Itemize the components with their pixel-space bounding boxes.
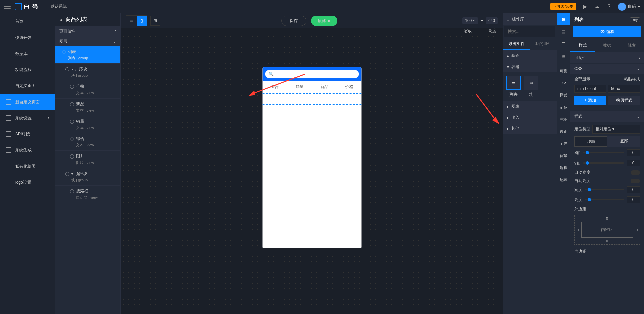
cat-basic[interactable]: ▸基础 <box>503 50 557 61</box>
add-button[interactable]: + 添加 <box>574 96 606 105</box>
phone-tab[interactable]: 销量 <box>296 84 304 90</box>
show-all-label[interactable]: 全部显示 <box>574 76 590 82</box>
code-button[interactable]: </> 编程 <box>573 26 641 37</box>
eye-icon[interactable] <box>65 67 69 71</box>
phone-tab[interactable]: 综合 <box>271 84 279 90</box>
hamburger-icon[interactable] <box>4 3 11 10</box>
eye-icon[interactable] <box>70 85 74 89</box>
eye-icon[interactable] <box>70 102 74 106</box>
css-value-input[interactable] <box>608 85 640 93</box>
section-page-props[interactable]: 页面属性› <box>55 26 120 36</box>
layer-item[interactable]: 列表列表 | group <box>55 46 120 64</box>
phone-tab[interactable]: 价格 <box>345 84 353 90</box>
tab-top[interactable]: 顶部 <box>574 136 607 147</box>
eye-icon[interactable] <box>70 120 74 124</box>
layer-item[interactable]: 综合文本 | view <box>55 133 120 151</box>
eye-icon[interactable] <box>65 172 69 176</box>
desktop-button[interactable]: ▭ <box>126 16 137 26</box>
eye-icon[interactable] <box>70 154 74 159</box>
x-slider[interactable] <box>583 152 624 153</box>
canvas[interactable]: 🔍 综合 销量 新品 价格 <box>121 34 503 314</box>
layer-item[interactable]: ▾排序块块 | group <box>55 64 120 81</box>
section-style[interactable]: 样式⌄ <box>570 111 644 122</box>
zoom-value[interactable]: 100% <box>462 17 478 24</box>
nav-logo[interactable]: logo设置 <box>0 174 55 190</box>
css-key-input[interactable] <box>574 85 606 93</box>
save-button[interactable]: 保存 <box>281 16 306 26</box>
section-css[interactable]: CSS⌄ <box>570 64 644 74</box>
phone-search-input[interactable]: 🔍 <box>265 70 359 78</box>
tab-data[interactable]: 数据 <box>595 40 619 52</box>
eye-icon[interactable] <box>70 189 74 193</box>
system-name[interactable]: 默认系统 <box>45 4 67 9</box>
grid-button[interactable]: ⊞ <box>150 16 160 26</box>
zoom-out-button[interactable]: - <box>458 18 460 23</box>
section-visibility[interactable]: 可见性› <box>570 52 644 63</box>
layer-item[interactable]: 价格文本 | view <box>55 81 120 99</box>
margin-editor[interactable]: 0 0 0 0 内容区 <box>574 215 640 245</box>
nav-home[interactable]: 首页 <box>0 13 55 29</box>
component-search[interactable]: 🔍 <box>504 26 555 37</box>
nav-quickdev[interactable]: 快速开发 <box>0 29 55 46</box>
nav-deploy[interactable]: 私有化部署 <box>0 158 55 174</box>
vnav-style[interactable]: 样式 <box>557 89 570 101</box>
margin-top[interactable]: 0 <box>606 216 608 221</box>
vnav-bg[interactable]: 背景 <box>557 149 570 162</box>
back-icon[interactable]: « <box>59 17 62 23</box>
vnav-font[interactable]: 字体 <box>557 137 570 149</box>
search-input[interactable] <box>508 29 558 34</box>
height-slider[interactable] <box>585 199 624 200</box>
margin-right[interactable]: 0 <box>636 228 638 232</box>
vnav-config[interactable]: 配置 <box>557 174 570 186</box>
auto-width-toggle[interactable] <box>631 170 640 175</box>
tab-my-components[interactable]: 我的组件 <box>530 38 557 50</box>
eye-icon[interactable] <box>62 50 66 54</box>
width-slider[interactable] <box>585 189 624 190</box>
tab-style[interactable]: 样式 <box>570 40 595 52</box>
comp-item-list[interactable]: ☰ 列表 <box>506 76 521 98</box>
key-badge[interactable]: key <box>630 17 640 22</box>
nav-integration[interactable]: 系统集成 <box>0 142 55 158</box>
phone-preview[interactable]: 🔍 综合 销量 新品 价格 <box>263 67 362 248</box>
nav-newcustompage[interactable]: 新自定义页面 <box>0 94 55 110</box>
phone-tab[interactable]: 新品 <box>320 84 328 90</box>
nav-database[interactable]: 数据库 <box>0 46 55 62</box>
width-value[interactable]: 640 <box>486 17 498 24</box>
vnav-margin[interactable]: 边距 <box>557 125 570 137</box>
y-slider[interactable] <box>583 162 624 164</box>
cat-input[interactable]: ▸输入 <box>503 112 557 123</box>
tab-bottom[interactable]: 底部 <box>607 136 640 147</box>
x-value[interactable]: 0 <box>627 149 640 156</box>
vnav-image[interactable]: ▦ <box>557 50 570 62</box>
tab-trigger[interactable]: 触发 <box>620 40 644 52</box>
nav-settings[interactable]: 系统设置› <box>0 110 55 126</box>
vnav-border[interactable]: 边框 <box>557 162 570 174</box>
section-layers[interactable]: 图层⌄ <box>55 36 120 46</box>
position-select[interactable]: 相对定位 ▾ <box>592 125 640 134</box>
y-value[interactable]: 0 <box>627 160 640 166</box>
nav-custompage[interactable]: 自定义页面 <box>0 78 55 94</box>
vnav-visible[interactable]: 可见 <box>557 65 570 77</box>
vnav-main[interactable]: ⊞ <box>557 13 570 25</box>
layer-item[interactable]: 搜索框自定义 | view <box>55 186 120 203</box>
cat-container[interactable]: ▾容器 <box>503 61 557 72</box>
preview-button[interactable]: 预览▶ <box>311 16 337 26</box>
help-icon[interactable]: ? <box>606 3 612 10</box>
nav-flow[interactable]: 功能流程 <box>0 62 55 78</box>
upgrade-button[interactable]: ○ 升级/续费 <box>550 3 576 10</box>
height-value[interactable]: 0 <box>627 196 640 203</box>
margin-bottom[interactable]: 0 <box>606 239 608 243</box>
cloud-icon[interactable]: ☁ <box>594 3 600 10</box>
eye-icon[interactable] <box>70 137 74 141</box>
logo[interactable]: 白 码 <box>15 3 38 10</box>
layer-item[interactable]: 新品文本 | view <box>55 99 120 116</box>
vnav-doc[interactable]: ▤ <box>557 25 570 38</box>
layer-item[interactable]: 图片图片 | view <box>55 151 120 168</box>
cat-other[interactable]: ▸其他 <box>503 123 557 134</box>
zoom-in-button[interactable]: + <box>481 18 483 23</box>
layer-item[interactable]: ▾顶部块块 | group <box>55 168 120 186</box>
copy-style-button[interactable]: 拷贝样式 <box>608 96 640 105</box>
width-value[interactable]: 0 <box>627 186 640 193</box>
nav-api[interactable]: API对接 <box>0 126 55 142</box>
vnav-layout[interactable]: ☰ <box>557 38 570 50</box>
